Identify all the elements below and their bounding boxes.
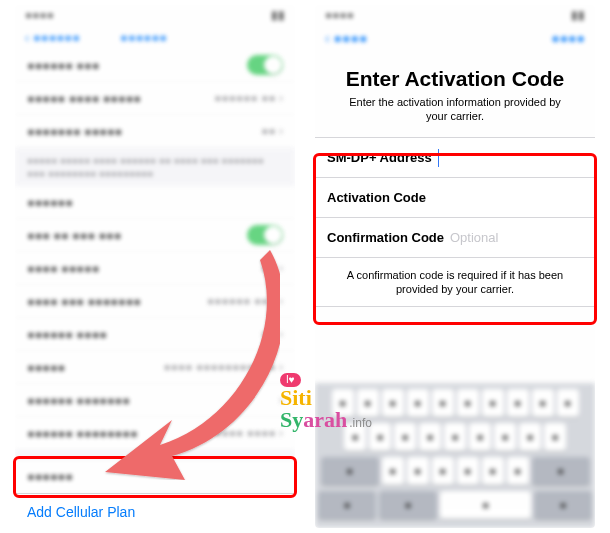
status-bar: ●●●●▮▮ bbox=[15, 5, 295, 25]
add-cellular-plan-button[interactable]: Add Cellular Plan bbox=[15, 493, 295, 528]
back-button[interactable]: ‹ ●●●● bbox=[325, 30, 367, 46]
field-label: SM-DP+ Address bbox=[327, 150, 432, 165]
text-cursor bbox=[438, 149, 440, 167]
nav-bar: ‹ ●●●●●●●● bbox=[315, 25, 595, 51]
setting-footer: ●●●●● ●●●●● ●●●● ●●●●●● ●● ●●●● ●●● ●●●●… bbox=[15, 148, 295, 186]
settings-screen: ●●●●▮▮ ‹ ●●●●●●●●●●●● ●●●●●● ●●● ●●●●● ●… bbox=[15, 5, 295, 528]
smdp-address-field[interactable]: SM-DP+ Address bbox=[315, 138, 595, 178]
setting-row[interactable]: ●●●●●●●●● ●●●●●●●●●●● › bbox=[15, 351, 295, 384]
setting-row[interactable]: ●●●●●●● ●●●●●●● › bbox=[15, 115, 295, 148]
activation-form: SM-DP+ Address Activation Code Confirmat… bbox=[315, 137, 595, 307]
setting-row[interactable]: ●●●●●● ●●●●●●●› bbox=[15, 384, 295, 417]
keyboard[interactable]: ●●●●●●●●●● ●●●●●●●●● ●●●●●●●● ●●●● bbox=[315, 383, 595, 528]
settings-list: ●●●●●● ●●● ●●●●● ●●●● ●●●●●●●●●●● ●● › ●… bbox=[15, 49, 295, 493]
activation-code-field[interactable]: Activation Code bbox=[315, 178, 595, 218]
toggle-on-icon[interactable] bbox=[247, 225, 283, 245]
setting-row[interactable]: ●●● ●● ●●● ●●● bbox=[15, 219, 295, 252]
status-bar: ●●●●▮▮ bbox=[315, 5, 595, 25]
activation-screen: ●●●●▮▮ ‹ ●●●●●●●● Enter Activation Code … bbox=[315, 5, 595, 528]
add-cellular-plan-label: Add Cellular Plan bbox=[27, 504, 135, 520]
setting-row[interactable]: ●●●●● ●●●● ●●●●●●●●●●● ●● › bbox=[15, 82, 295, 115]
field-label: Activation Code bbox=[327, 190, 426, 205]
setting-row[interactable]: ●●●●●● ●●●●●●●●●●●● ●●●● › bbox=[15, 417, 295, 450]
form-footer-note: A confirmation code is required if it ha… bbox=[315, 258, 595, 307]
setting-row[interactable]: ●●●●●● ●●●●●● › bbox=[15, 318, 295, 351]
page-subtitle: Enter the activation information provide… bbox=[315, 91, 595, 137]
next-button[interactable]: ●●●● bbox=[551, 30, 585, 46]
confirmation-code-field[interactable]: Confirmation Code Optional bbox=[315, 218, 595, 258]
toggle-on-icon[interactable] bbox=[247, 55, 283, 75]
setting-row[interactable]: ●●●● ●●●●●●● › bbox=[15, 252, 295, 285]
setting-row[interactable]: ●●●●●● bbox=[15, 186, 295, 219]
field-label: Confirmation Code bbox=[327, 230, 444, 245]
page-title: Enter Activation Code bbox=[315, 67, 595, 91]
field-placeholder: Optional bbox=[450, 230, 583, 245]
setting-row[interactable]: ●●●●●● ●●● bbox=[15, 49, 295, 82]
setting-row[interactable]: ●●●● ●●● ●●●●●●●●●●●●● ●●● › bbox=[15, 285, 295, 318]
nav-bar: ‹ ●●●●●●●●●●●● bbox=[15, 25, 295, 49]
setting-row[interactable]: ●●●●●● bbox=[15, 460, 295, 493]
